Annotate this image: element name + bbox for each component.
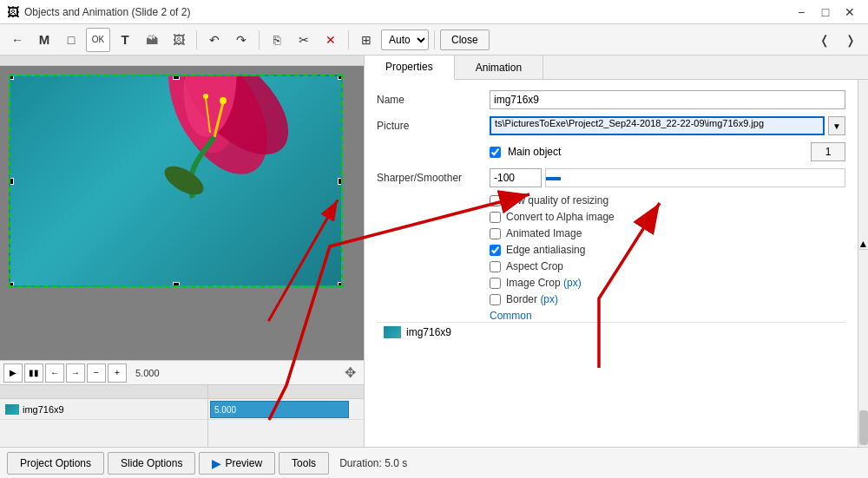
app-icon: 🖼 xyxy=(7,5,19,19)
bottom-bar: Project Options Slide Options ▶ Preview … xyxy=(0,447,868,478)
minimize-button[interactable]: − xyxy=(790,3,812,21)
animated-checkbox[interactable] xyxy=(490,228,501,239)
slide-options-btn[interactable]: Slide Options xyxy=(108,452,195,475)
main-object-row: Main object 1 xyxy=(377,142,845,161)
move-icon: ✥ xyxy=(339,363,360,383)
tl-minus-btn[interactable]: − xyxy=(87,363,106,383)
preview-icon: ▶ xyxy=(212,456,221,470)
track-label-row: img716x9 xyxy=(0,399,207,420)
main-wrapper: ▶ ▮▮ ← → − + 5.000 ✥ xyxy=(0,56,868,447)
main-object-checkbox[interactable] xyxy=(490,147,501,158)
cb-low-quality: Low quality of resizing xyxy=(377,194,845,206)
main-object-number: 1 xyxy=(811,142,845,161)
toolbar-arrow-btn[interactable]: ← xyxy=(5,28,30,52)
preview-btn[interactable]: ▶ Preview xyxy=(199,452,275,475)
toolbar-sep2 xyxy=(259,30,260,49)
toolbar-img2-btn[interactable]: 🖼 xyxy=(167,28,191,52)
cb-edge-aa: Edge antialiasing xyxy=(377,244,845,256)
scrollbar-up[interactable]: ▲ xyxy=(859,239,868,250)
scrollbar-thumb[interactable] xyxy=(859,410,868,445)
tl-play-btn[interactable]: ▶ xyxy=(3,363,23,383)
picture-dropdown-arrow[interactable]: ▼ xyxy=(828,116,845,135)
tl-back-btn[interactable]: ← xyxy=(45,363,64,383)
animated-label: Animated Image xyxy=(506,227,582,239)
toolbar-delete-btn[interactable]: ✕ xyxy=(319,28,343,52)
toolbar-ok-btn[interactable]: OK xyxy=(86,28,110,52)
handle-tm[interactable] xyxy=(173,75,180,80)
picture-row: Picture ts\PicturesToExe\Project2_Sep24-… xyxy=(377,116,845,135)
border-label-rest: order xyxy=(513,293,537,305)
handle-tl[interactable] xyxy=(9,75,14,80)
toolbar-redo-btn[interactable]: ↷ xyxy=(229,28,253,52)
toolbar-img-btn[interactable]: 🏔 xyxy=(140,28,164,52)
handle-mr[interactable] xyxy=(338,178,343,185)
low-quality-label: Low quality of resizing xyxy=(506,194,608,206)
tl-fwd-btn[interactable]: → xyxy=(66,363,85,383)
image-crop-checkbox[interactable] xyxy=(490,278,501,289)
main-object-label: Main object xyxy=(508,146,561,158)
panel-outer: Properties Animation Name xyxy=(365,56,868,447)
tools-btn[interactable]: Tools xyxy=(279,452,329,475)
border-label: Border (px) xyxy=(506,293,558,305)
track-row: 5.000 xyxy=(208,399,364,420)
toolbar-sep3 xyxy=(348,30,349,49)
close-button[interactable]: ✕ xyxy=(838,3,861,21)
common-link[interactable]: Common xyxy=(377,310,845,322)
track-name: img716x9 xyxy=(23,404,64,415)
name-row: Name xyxy=(377,90,845,109)
low-quality-checkbox[interactable] xyxy=(490,195,501,206)
image-list-item[interactable]: img716x9 xyxy=(377,322,845,342)
name-input[interactable] xyxy=(490,90,845,109)
tab-animation[interactable]: Animation xyxy=(455,56,543,79)
edge-aa-checkbox[interactable] xyxy=(490,245,501,256)
handle-br[interactable] xyxy=(338,282,343,287)
sharper-row: Sharper/Smoother xyxy=(377,168,845,187)
toolbar-nav-left[interactable]: ❬ xyxy=(812,28,837,52)
time-display: 5.000 xyxy=(135,368,338,378)
canvas-scrollbar-h[interactable] xyxy=(0,56,364,66)
track-block[interactable]: 5.000 xyxy=(210,401,349,418)
maximize-button[interactable]: □ xyxy=(814,3,837,21)
handle-bm[interactable] xyxy=(173,282,180,287)
toolbar-copy-btn[interactable]: ⎘ xyxy=(265,28,289,52)
toolbar-cut-btn[interactable]: ✂ xyxy=(292,28,316,52)
picture-value-wrapper: ts\PicturesToExe\Project2_Sep24-2018_22-… xyxy=(490,116,845,135)
preview-label: Preview xyxy=(225,457,262,469)
convert-alpha-checkbox[interactable] xyxy=(490,212,501,223)
image-crop-label: Image Crop (px) xyxy=(506,277,582,289)
toolbar-text-btn[interactable]: T xyxy=(113,28,137,52)
right-scrollbar[interactable]: ▲ xyxy=(858,80,868,447)
sharper-fill xyxy=(546,177,561,180)
tl-plus-btn[interactable]: + xyxy=(108,363,127,383)
handle-ml[interactable] xyxy=(9,178,14,185)
edge-aa-label: Edge antialiasing xyxy=(506,244,585,256)
toolbar-m-btn[interactable]: M xyxy=(32,28,56,52)
image-list-label: img716x9 xyxy=(406,326,451,338)
cb-convert-alpha: Convert to Alpha image xyxy=(377,211,845,223)
timeline-area: ▶ ▮▮ ← → − + 5.000 ✥ xyxy=(0,360,364,447)
project-options-btn[interactable]: Project Options xyxy=(7,452,104,475)
track-block-label: 5.000 xyxy=(214,405,236,415)
tl-stop-btn[interactable]: ▮▮ xyxy=(24,363,43,383)
toolbar-grid-btn[interactable]: ⊞ xyxy=(354,28,378,52)
handle-tr[interactable] xyxy=(338,75,343,80)
toolbar-undo-btn[interactable]: ↶ xyxy=(202,28,227,52)
name-label: Name xyxy=(377,94,490,106)
sharper-bar-container[interactable] xyxy=(545,168,845,187)
cb-animated: Animated Image xyxy=(377,227,845,239)
picture-select-row: ts\PicturesToExe\Project2_Sep24-2018_22-… xyxy=(490,116,845,135)
sharper-input[interactable] xyxy=(490,168,542,187)
toolbar-auto-select[interactable]: Auto xyxy=(381,29,429,50)
border-checkbox[interactable] xyxy=(490,294,501,305)
toolbar-nav-right[interactable]: ❭ xyxy=(838,28,863,52)
timeline-tracks: img716x9 5.000 xyxy=(0,385,364,447)
handle-bl[interactable] xyxy=(9,282,14,287)
picture-select[interactable]: ts\PicturesToExe\Project2_Sep24-2018_22-… xyxy=(490,116,825,135)
slide-image[interactable] xyxy=(9,75,343,287)
toolbar-rect-btn[interactable]: □ xyxy=(59,28,83,52)
image-crop-px: (px) xyxy=(563,277,582,289)
aspect-crop-checkbox[interactable] xyxy=(490,261,501,272)
tab-properties[interactable]: Properties xyxy=(365,56,455,80)
toolbar-close-btn[interactable]: Close xyxy=(440,29,490,50)
name-value-wrapper xyxy=(490,90,845,109)
